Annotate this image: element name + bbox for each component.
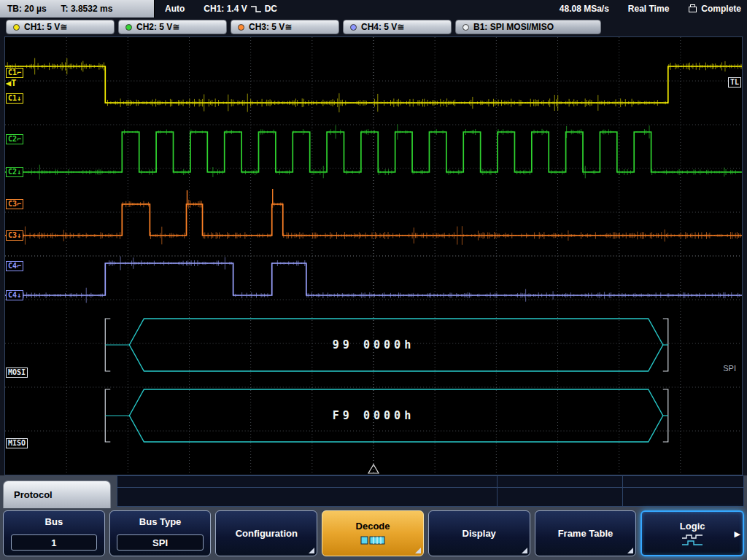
configuration-button-label: Configuration [236, 528, 298, 539]
marker-c2[interactable]: C2↓ [6, 167, 23, 177]
frame-table-button-label: Frame Table [558, 528, 614, 539]
svg-text:SPI: SPI [723, 364, 736, 373]
bus-type-button-label: Bus Type [139, 516, 182, 527]
ch4-color-dot [350, 24, 357, 31]
more-arrow-icon: ▶ [735, 529, 740, 538]
marker-c1[interactable]: C1⌐ [6, 68, 23, 78]
svg-text:F9 0000h: F9 0000h [333, 409, 414, 422]
marker-miso[interactable]: MISO [6, 438, 28, 448]
tab-ch1-label: CH1: 5 V≅ [24, 22, 67, 32]
b1-color-dot [462, 24, 469, 31]
bus-type-value-box: SPI [117, 534, 203, 551]
trigger-slope-falling-icon [250, 4, 262, 13]
frame-table-row-divider [117, 487, 743, 488]
tab-ch3[interactable]: CH3: 5 V≅ [231, 20, 339, 34]
frame-table-button[interactable]: Frame Table [535, 510, 637, 556]
marker-c2[interactable]: C2⌐ [6, 134, 23, 144]
submenu-corner-icon [522, 548, 527, 553]
timebase-panel: TB: 20 µs T: 3.8532 ms [0, 0, 155, 18]
tab-b1-bus[interactable]: B1: SPI MOSI/MISO [455, 20, 601, 34]
bus-type-value: SPI [152, 537, 168, 548]
frame-table-empty [117, 475, 744, 507]
ch3-color-dot [238, 24, 244, 31]
waveform-display: 99 0000hF9 0000hSPI [5, 37, 742, 475]
svg-text:99 0000h: 99 0000h [333, 338, 414, 351]
bus-button-label: Bus [45, 516, 63, 527]
frame-table-col-divider [497, 476, 498, 506]
marker-mosi[interactable]: MOSI [6, 368, 28, 378]
bus-value-box: 1 [11, 534, 97, 551]
trigger-mode: Auto [165, 4, 185, 14]
acquisition-mode: Real Time [628, 4, 669, 14]
display-button[interactable]: Display [428, 510, 530, 556]
marker-t[interactable]: ◀T [6, 79, 16, 88]
decode-icon [360, 534, 385, 546]
bus-value: 1 [51, 537, 56, 548]
ch2-color-dot [125, 24, 132, 31]
decode-button[interactable]: Decode [322, 510, 424, 556]
sample-rate: 48.08 MSa/s [560, 4, 609, 14]
marker-c3[interactable]: C3↓ [6, 230, 23, 241]
trigger-settings: CH1: 1.4 V DC [204, 4, 277, 14]
graticule: 99 0000hF9 0000hSPI C1⌐◀TC1↓C2⌐C2↓C3⌐C3↓… [4, 36, 743, 475]
timebase-readout: TB: 20 µs [7, 4, 47, 14]
ch1-color-dot [13, 24, 20, 31]
tab-ch4[interactable]: CH4: 5 V≅ [343, 20, 452, 34]
menu-title-tab: Protocol [3, 481, 111, 508]
lower-strip: Protocol [0, 475, 747, 508]
status-bar: TB: 20 µs T: 3.8532 ms Auto CH1: 1.4 V D… [0, 0, 747, 18]
marker-c4[interactable]: C4↓ [6, 290, 23, 300]
submenu-corner-icon [309, 548, 314, 553]
tab-ch4-label: CH4: 5 V≅ [361, 22, 404, 32]
tab-b1-label: B1: SPI MOSI/MISO [473, 22, 554, 32]
complete-icon [688, 4, 697, 13]
marker-c3[interactable]: C3⌐ [6, 199, 23, 209]
configuration-button[interactable]: Configuration [215, 510, 317, 556]
trigger-source: CH1: 1.4 V [204, 4, 247, 14]
tab-ch2[interactable]: CH2: 5 V≅ [118, 20, 227, 34]
logic-button[interactable]: Logic ▶ [640, 510, 744, 556]
logic-icon [681, 534, 703, 546]
bus-button[interactable]: Bus 1 [3, 510, 105, 556]
menu-title-label: Protocol [14, 489, 53, 500]
tab-ch2-label: CH2: 5 V≅ [136, 22, 179, 32]
display-button-label: Display [462, 528, 496, 539]
tab-ch1[interactable]: CH1: 5 V≅ [6, 20, 115, 34]
bus-type-button[interactable]: Bus Type SPI [109, 510, 212, 556]
submenu-corner-icon [415, 548, 421, 553]
channel-tabs: CH1: 5 V≅ CH2: 5 V≅ CH3: 5 V≅ CH4: 5 V≅ … [0, 18, 747, 36]
marker-c4[interactable]: C4⌐ [6, 261, 23, 271]
submenu-corner-icon [627, 548, 633, 553]
frame-table-col-divider [622, 476, 623, 506]
trigger-time-readout: T: 3.8532 ms [61, 4, 113, 14]
marker-c1[interactable]: C1↓ [6, 93, 23, 104]
trigger-coupling: DC [265, 4, 277, 14]
logic-button-label: Logic [680, 521, 705, 532]
tab-ch3-label: CH3: 5 V≅ [249, 22, 292, 32]
menu-bar: Bus 1 Bus Type SPI Configuration Decode … [0, 508, 747, 560]
marker-tl[interactable]: TL [728, 77, 741, 88]
acquisition-status: Complete [701, 4, 741, 14]
decode-button-label: Decode [356, 521, 390, 532]
display-area: 99 0000hF9 0000hSPI C1⌐◀TC1↓C2⌐C2↓C3⌐C3↓… [0, 36, 747, 475]
